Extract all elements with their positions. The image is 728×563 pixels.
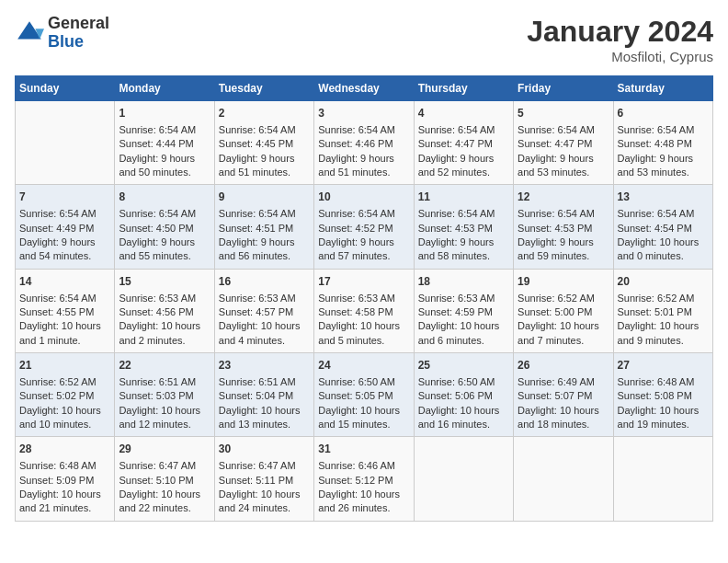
day-info-line: and 21 minutes. [19,501,110,515]
day-number: 5 [518,106,609,121]
calendar-cell: 11Sunrise: 6:54 AMSunset: 4:53 PMDayligh… [414,185,513,269]
calendar-cell: 28Sunrise: 6:48 AMSunset: 5:09 PMDayligh… [16,437,115,521]
day-info-line: Daylight: 10 hours [19,404,110,418]
day-info-line: Sunset: 5:04 PM [219,389,310,403]
weekday-header: Monday [115,76,214,101]
day-info-line: and 7 minutes. [518,334,609,348]
day-info-line: Sunrise: 6:51 AM [119,375,210,389]
day-info-line: and 55 minutes. [119,249,210,263]
day-info-line: Sunset: 5:02 PM [19,389,110,403]
page-header: General Blue January 2024 Mosfiloti, Cyp… [15,15,713,64]
day-info-line: Sunrise: 6:54 AM [119,123,210,137]
day-number: 20 [618,274,709,290]
weekday-header-row: SundayMondayTuesdayWednesdayThursdayFrid… [16,76,713,101]
day-info-line: Sunset: 4:58 PM [318,305,409,319]
logo: General Blue [15,15,109,52]
day-info-line: Daylight: 10 hours [418,319,509,333]
calendar-cell: 6Sunrise: 6:54 AMSunset: 4:48 PMDaylight… [613,101,712,185]
day-info-line: and 51 minutes. [219,166,310,179]
day-info-line: Daylight: 10 hours [618,319,709,333]
day-number: 21 [19,358,110,373]
day-info-line: Daylight: 9 hours [19,236,110,249]
day-info-line: and 18 minutes. [518,418,609,431]
day-info-line: and 12 minutes. [119,418,210,431]
day-number: 24 [318,358,409,373]
day-info-line: and 9 minutes. [618,334,709,348]
day-info-line: Sunset: 4:55 PM [19,305,110,319]
calendar-cell: 20Sunrise: 6:52 AMSunset: 5:01 PMDayligh… [613,269,712,352]
calendar-cell: 10Sunrise: 6:54 AMSunset: 4:52 PMDayligh… [314,185,414,269]
day-info-line: Daylight: 10 hours [119,404,210,418]
day-number: 13 [618,190,709,205]
day-info-line: Daylight: 10 hours [618,236,709,249]
day-info-line: and 5 minutes. [318,334,409,348]
day-info-line: Sunrise: 6:49 AM [518,375,609,389]
day-number: 9 [219,190,310,205]
day-number: 16 [219,274,310,290]
day-number: 23 [219,358,310,373]
day-number: 3 [318,106,409,121]
day-info-line: Daylight: 10 hours [318,488,409,501]
day-info-line: Sunrise: 6:54 AM [518,207,609,221]
day-info-line: Sunrise: 6:50 AM [418,375,509,389]
day-info-line: Sunrise: 6:54 AM [219,123,310,137]
day-info-line: and 1 minute. [19,334,110,348]
day-info-line: Daylight: 10 hours [518,404,609,418]
day-info-line: and 15 minutes. [318,418,409,431]
calendar-cell: 14Sunrise: 6:54 AMSunset: 4:55 PMDayligh… [16,269,115,352]
day-info-line: Sunset: 5:10 PM [119,474,210,488]
calendar-cell [514,437,613,521]
day-info-line: Sunrise: 6:54 AM [518,123,609,137]
day-info-line: Sunrise: 6:53 AM [219,292,310,305]
day-info-line: Sunset: 5:07 PM [518,389,609,403]
weekday-header: Sunday [16,76,115,101]
logo-icon [15,18,44,48]
day-number: 25 [418,358,509,373]
day-info-line: Sunset: 5:08 PM [618,389,709,403]
day-info-line: Daylight: 10 hours [318,319,409,333]
calendar-cell: 25Sunrise: 6:50 AMSunset: 5:06 PMDayligh… [414,353,513,437]
day-info-line: and 54 minutes. [19,249,110,263]
calendar-cell: 30Sunrise: 6:47 AMSunset: 5:11 PMDayligh… [214,437,313,521]
day-info-line: Sunset: 4:57 PM [219,305,310,319]
calendar-cell: 24Sunrise: 6:50 AMSunset: 5:05 PMDayligh… [314,353,414,437]
day-info-line: Sunrise: 6:54 AM [119,207,210,221]
weekday-header: Saturday [613,76,712,101]
day-info-line: and 19 minutes. [618,418,709,431]
day-info-line: and 22 minutes. [119,501,210,515]
weekday-header: Friday [514,76,613,101]
day-info-line: Daylight: 9 hours [318,236,409,249]
day-number: 27 [618,358,709,373]
day-number: 2 [219,106,310,121]
day-number: 15 [119,274,210,290]
day-number: 19 [518,274,609,290]
day-info-line: and 2 minutes. [119,334,210,348]
logo-text: General Blue [48,15,109,52]
calendar-cell: 5Sunrise: 6:54 AMSunset: 4:47 PMDaylight… [514,101,613,185]
day-info-line: Daylight: 9 hours [518,152,609,166]
day-info-line: Sunrise: 6:54 AM [318,207,409,221]
day-info-line: and 53 minutes. [518,166,609,179]
day-info-line: Daylight: 10 hours [219,404,310,418]
day-info-line: Sunset: 4:54 PM [618,222,709,236]
calendar-cell: 26Sunrise: 6:49 AMSunset: 5:07 PMDayligh… [514,353,613,437]
calendar-cell: 12Sunrise: 6:54 AMSunset: 4:53 PMDayligh… [514,185,613,269]
calendar-table: SundayMondayTuesdayWednesdayThursdayFrid… [15,75,713,522]
day-number: 10 [318,190,409,205]
day-info-line: Sunrise: 6:54 AM [219,207,310,221]
day-info-line: Sunset: 5:03 PM [119,389,210,403]
day-info-line: Daylight: 9 hours [418,236,509,249]
day-info-line: Sunset: 5:00 PM [518,305,609,319]
day-info-line: Daylight: 10 hours [19,319,110,333]
calendar-cell: 19Sunrise: 6:52 AMSunset: 5:00 PMDayligh… [514,269,613,352]
day-info-line: Sunrise: 6:52 AM [618,292,709,305]
day-info-line: Sunset: 5:01 PM [618,305,709,319]
day-info-line: Daylight: 9 hours [518,236,609,249]
calendar-cell [613,437,712,521]
day-info-line: Daylight: 10 hours [518,319,609,333]
calendar-cell: 15Sunrise: 6:53 AMSunset: 4:56 PMDayligh… [115,269,214,352]
day-info-line: Sunset: 5:06 PM [418,389,509,403]
day-info-line: Daylight: 9 hours [219,236,310,249]
day-info-line: and 10 minutes. [19,418,110,431]
day-number: 14 [19,274,110,290]
